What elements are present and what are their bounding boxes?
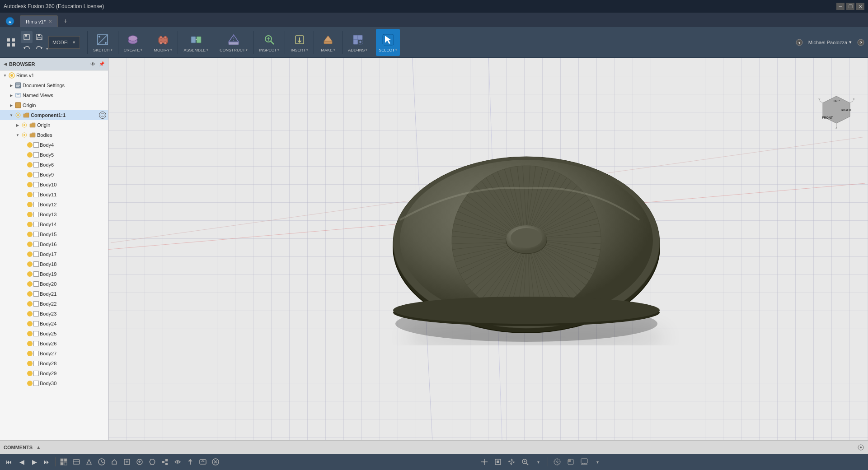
body-checkbox[interactable] xyxy=(33,301,39,307)
viewport-zoom-button[interactable] xyxy=(520,456,530,467)
tab-add-button[interactable]: + xyxy=(60,15,71,27)
tree-item-body15[interactable]: Body15 xyxy=(0,229,108,239)
timeline-end-button[interactable]: ⏭ xyxy=(42,456,52,467)
tree-item-body21[interactable]: Body21 xyxy=(0,289,108,299)
tree-item-body13[interactable]: Body13 xyxy=(0,209,108,219)
sidebar-visibility-button[interactable]: 👁 xyxy=(90,61,95,67)
help-button[interactable]: ? xyxy=(857,39,864,46)
tree-item-body28[interactable]: Body28 xyxy=(0,358,108,368)
body-checkbox[interactable] xyxy=(33,361,39,366)
body-checkbox[interactable] xyxy=(33,232,39,237)
toolbar-sketch[interactable]: SKETCH ▾ xyxy=(90,29,115,56)
timeline-action-12[interactable] xyxy=(197,456,208,467)
tree-item-body16[interactable]: Body16 xyxy=(0,239,108,249)
redo-button[interactable] xyxy=(33,44,45,54)
tree-item-body25[interactable]: Body25 xyxy=(0,329,108,339)
environment-button[interactable] xyxy=(579,456,590,467)
body-checkbox[interactable] xyxy=(33,222,39,227)
file-button[interactable] xyxy=(21,31,33,43)
timeline-action-13[interactable] xyxy=(210,456,221,467)
body-checkbox[interactable] xyxy=(33,182,39,187)
tree-item-body24[interactable]: Body24 xyxy=(0,319,108,329)
timeline-action-11[interactable] xyxy=(185,456,196,467)
viewport-more-zoom[interactable]: ▾ xyxy=(533,456,544,467)
tree-item-origin[interactable]: ▶ Origin xyxy=(0,100,108,110)
toolbar-create[interactable]: CREATE ▾ xyxy=(121,29,145,56)
body-checkbox[interactable] xyxy=(33,142,39,148)
toolbar-insert[interactable]: INSERT ▾ xyxy=(288,29,311,56)
view-cube[interactable]: RIGHT TOP FRONT Z Y X xyxy=(818,94,854,130)
expand-rimsv1[interactable]: ▼ xyxy=(2,74,8,78)
toolbar-select[interactable]: SELECT ▾ xyxy=(376,29,400,56)
component1-menu-button[interactable]: ! xyxy=(99,112,106,119)
expand-docsettings[interactable]: ▶ xyxy=(8,84,14,88)
body-checkbox[interactable] xyxy=(33,331,39,336)
undo-button[interactable] xyxy=(21,44,33,54)
timeline-action-3[interactable] xyxy=(84,456,94,467)
tree-item-body18[interactable]: Body18 xyxy=(0,259,108,269)
grid-settings-button[interactable]: ▾ xyxy=(592,456,603,467)
viewport-origin-button[interactable] xyxy=(479,456,490,467)
minimize-button[interactable]: ─ xyxy=(836,3,845,10)
tree-item-body4[interactable]: Body4 xyxy=(0,140,108,150)
body-checkbox[interactable] xyxy=(33,281,39,287)
tree-item-body22[interactable]: Body22 xyxy=(0,299,108,309)
timeline-action-9[interactable] xyxy=(160,456,170,467)
body-checkbox[interactable] xyxy=(33,381,39,386)
tree-item-body6[interactable]: Body6 xyxy=(0,160,108,170)
toolbar-modify[interactable]: MODIFY ▾ xyxy=(151,29,175,56)
expand-component1[interactable]: ▼ xyxy=(8,113,14,117)
viewport-pan-button[interactable] xyxy=(506,456,517,467)
expand-namedviews[interactable]: ▶ xyxy=(8,93,14,98)
timeline-action-10[interactable] xyxy=(172,456,183,467)
tree-item-body20[interactable]: Body20 xyxy=(0,279,108,289)
timeline-action-1[interactable] xyxy=(58,456,69,467)
body-checkbox[interactable] xyxy=(33,242,39,247)
timeline-action-5[interactable] xyxy=(109,456,120,467)
timeline-action-2[interactable] xyxy=(71,456,82,467)
tree-item-component1[interactable]: ▼ Component1:1 ! xyxy=(0,110,108,120)
tree-item-body29[interactable]: Body29 xyxy=(0,368,108,378)
display-mode-button[interactable] xyxy=(552,456,563,467)
body-checkbox[interactable] xyxy=(33,291,39,297)
expand-bodies[interactable]: ▼ xyxy=(14,133,21,137)
body-checkbox[interactable] xyxy=(33,172,39,177)
body-checkbox[interactable] xyxy=(33,371,39,376)
timeline-action-7[interactable] xyxy=(134,456,145,467)
tree-item-rimsv1[interactable]: ▼ Rims v1 xyxy=(0,70,108,80)
timeline-action-6[interactable] xyxy=(122,456,132,467)
sidebar-pin-button[interactable]: 📌 xyxy=(99,61,104,66)
toolbar-inspect[interactable]: INSPECT ▾ xyxy=(256,29,282,56)
tree-item-body23[interactable]: Body23 xyxy=(0,309,108,319)
tree-item-body17[interactable]: Body17 xyxy=(0,249,108,259)
toolbar-make[interactable]: MAKE ▾ xyxy=(317,29,339,56)
tree-item-body14[interactable]: Body14 xyxy=(0,219,108,229)
tree-item-namedviews[interactable]: ▶ Named Views xyxy=(0,90,108,100)
tree-item-body5[interactable]: Body5 xyxy=(0,150,108,160)
notifications-button[interactable]: 1 xyxy=(796,39,803,46)
body-checkbox[interactable] xyxy=(33,311,39,316)
body-checkbox[interactable] xyxy=(33,351,39,356)
tree-item-body26[interactable]: Body26 xyxy=(0,339,108,349)
tree-item-origin2[interactable]: ▶ Origin xyxy=(0,120,108,130)
timeline-start-button[interactable]: ⏮ xyxy=(4,456,14,467)
body-checkbox[interactable] xyxy=(33,271,39,277)
close-button[interactable]: ✕ xyxy=(856,3,864,10)
viewport-fit-button[interactable] xyxy=(493,456,503,467)
timeline-action-4[interactable] xyxy=(96,456,107,467)
body-checkbox[interactable] xyxy=(33,202,39,207)
expand-origin[interactable]: ▶ xyxy=(8,103,14,107)
timeline-play-button[interactable]: ▶ xyxy=(29,456,40,467)
tree-item-docsettings[interactable]: ▶ Document Settings xyxy=(0,80,108,90)
tree-item-body12[interactable]: Body12 xyxy=(0,200,108,209)
timeline-action-8[interactable] xyxy=(147,456,158,467)
grid-menu-button[interactable] xyxy=(4,35,18,50)
tree-item-bodies[interactable]: ▼ Bodies xyxy=(0,130,108,140)
body-checkbox[interactable] xyxy=(33,341,39,346)
tree-item-body30[interactable]: Body30 xyxy=(0,378,108,388)
status-settings-button[interactable] xyxy=(857,444,864,451)
tree-item-body19[interactable]: Body19 xyxy=(0,269,108,279)
sidebar-collapse-button[interactable]: ◀ xyxy=(4,61,7,66)
model-selector[interactable]: MODEL ▼ xyxy=(48,36,80,49)
tab-rimsv1[interactable]: Rims v1* ✕ xyxy=(20,15,58,27)
